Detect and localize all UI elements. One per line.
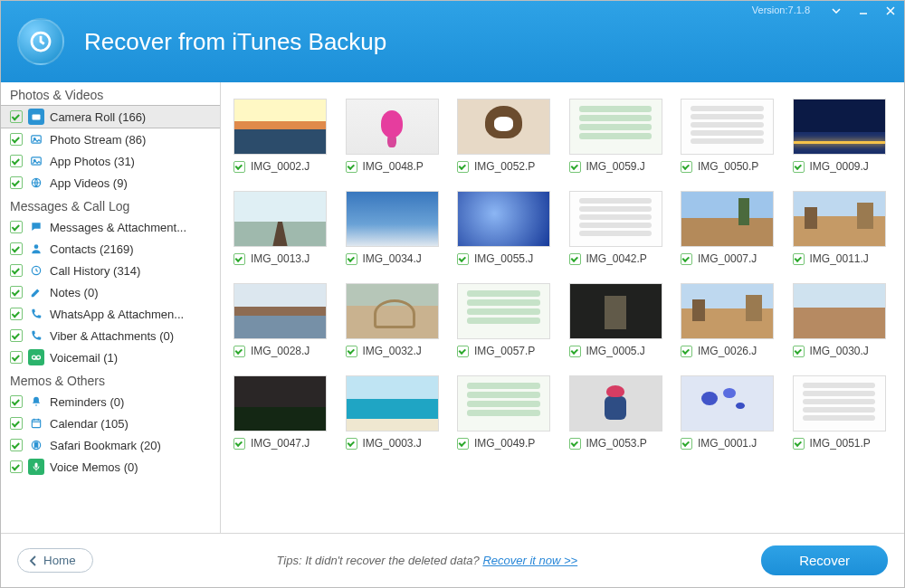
thumbnail[interactable]: IMG_0042.P xyxy=(569,191,662,265)
checkbox-icon[interactable] xyxy=(10,176,23,189)
checkbox-icon[interactable] xyxy=(10,308,23,320)
thumbnail-image[interactable] xyxy=(569,283,662,339)
sidebar-item[interactable]: Messages & Attachment... xyxy=(1,216,220,238)
checkbox-icon[interactable] xyxy=(569,253,581,265)
checkbox-icon[interactable] xyxy=(10,395,23,408)
thumbnail-image[interactable] xyxy=(346,375,439,432)
thumbnail-image[interactable] xyxy=(346,191,439,247)
thumbnail-image[interactable] xyxy=(346,283,439,339)
sidebar-item[interactable]: App Videos (9) xyxy=(1,172,220,194)
thumbnail[interactable]: IMG_0059.J xyxy=(569,99,662,173)
thumbnail[interactable]: IMG_0049.P xyxy=(457,375,550,450)
thumbnail[interactable]: IMG_0052.P xyxy=(457,99,550,173)
checkbox-icon[interactable] xyxy=(457,346,469,357)
thumbnail[interactable]: IMG_0050.P xyxy=(681,99,774,173)
checkbox-icon[interactable] xyxy=(346,438,357,450)
thumbnail[interactable]: IMG_0030.J xyxy=(793,283,886,357)
thumbnail[interactable]: IMG_0053.P xyxy=(569,375,662,450)
checkbox-icon[interactable] xyxy=(10,221,23,233)
thumbnail[interactable]: IMG_0026.J xyxy=(681,283,774,357)
checkbox-icon[interactable] xyxy=(569,161,581,173)
thumbnail-image[interactable] xyxy=(681,375,774,432)
thumbnail-image[interactable] xyxy=(681,191,774,247)
thumbnail[interactable]: IMG_0057.P xyxy=(457,283,550,357)
thumbnail-image[interactable] xyxy=(457,191,550,247)
checkbox-icon[interactable] xyxy=(681,438,692,450)
checkbox-icon[interactable] xyxy=(793,438,805,450)
sidebar-item[interactable]: Viber & Attachments (0) xyxy=(1,325,220,346)
checkbox-icon[interactable] xyxy=(10,439,23,451)
checkbox-icon[interactable] xyxy=(346,346,357,357)
checkbox-icon[interactable] xyxy=(681,253,692,265)
thumbnail-image[interactable] xyxy=(233,283,327,339)
checkbox-icon[interactable] xyxy=(681,161,692,173)
recover-button[interactable]: Recover xyxy=(761,545,888,575)
sidebar-item[interactable]: Reminders (0) xyxy=(1,391,220,413)
sidebar-item[interactable]: WhatsApp & Attachmen... xyxy=(1,303,220,325)
thumbnail[interactable]: IMG_0034.J xyxy=(346,191,439,265)
checkbox-icon[interactable] xyxy=(10,110,23,123)
thumbnail[interactable]: IMG_0007.J xyxy=(681,191,774,265)
sidebar-item[interactable]: Voicemail (1) xyxy=(1,346,220,368)
checkbox-icon[interactable] xyxy=(793,253,805,265)
thumbnail-image[interactable] xyxy=(681,99,774,155)
checkbox-icon[interactable] xyxy=(10,417,23,430)
checkbox-icon[interactable] xyxy=(233,438,245,450)
checkbox-icon[interactable] xyxy=(10,242,23,255)
recover-now-link[interactable]: Recover it now >> xyxy=(482,554,577,567)
thumbnail-image[interactable] xyxy=(793,191,886,247)
checkbox-icon[interactable] xyxy=(10,133,23,146)
checkbox-icon[interactable] xyxy=(569,346,581,357)
thumbnail[interactable]: IMG_0009.J xyxy=(793,99,886,173)
close-button[interactable] xyxy=(877,1,904,21)
thumbnail[interactable]: IMG_0032.J xyxy=(346,283,439,357)
thumbnail[interactable]: IMG_0013.J xyxy=(233,191,327,265)
thumbnail-image[interactable] xyxy=(793,375,886,432)
thumbnail-image[interactable] xyxy=(457,283,550,339)
checkbox-icon[interactable] xyxy=(457,253,469,265)
checkbox-icon[interactable] xyxy=(10,155,23,167)
dropdown-button[interactable] xyxy=(823,1,850,21)
checkbox-icon[interactable] xyxy=(793,346,805,357)
thumbnail[interactable]: IMG_0005.J xyxy=(569,283,662,357)
checkbox-icon[interactable] xyxy=(346,253,357,265)
thumbnail[interactable]: IMG_0003.J xyxy=(346,375,439,450)
sidebar-item[interactable]: Safari Bookmark (20) xyxy=(1,434,220,456)
checkbox-icon[interactable] xyxy=(10,351,23,364)
thumbnail[interactable]: IMG_0051.P xyxy=(793,375,886,450)
thumbnail-image[interactable] xyxy=(457,99,550,155)
thumbnail[interactable]: IMG_0047.J xyxy=(233,375,327,450)
sidebar-item[interactable]: App Photos (31) xyxy=(1,150,220,172)
checkbox-icon[interactable] xyxy=(793,161,805,173)
thumbnail[interactable]: IMG_0048.P xyxy=(346,99,439,173)
minimize-button[interactable] xyxy=(850,1,877,21)
checkbox-icon[interactable] xyxy=(233,161,245,173)
thumbnail[interactable]: IMG_0011.J xyxy=(793,191,886,265)
thumbnail[interactable]: IMG_0001.J xyxy=(681,375,774,450)
sidebar-item[interactable]: Call History (314) xyxy=(1,260,220,281)
thumbnail-image[interactable] xyxy=(233,191,327,247)
checkbox-icon[interactable] xyxy=(10,264,23,277)
checkbox-icon[interactable] xyxy=(569,438,581,450)
checkbox-icon[interactable] xyxy=(10,460,23,473)
thumbnail-image[interactable] xyxy=(569,99,662,155)
checkbox-icon[interactable] xyxy=(457,438,469,450)
checkbox-icon[interactable] xyxy=(10,286,23,299)
checkbox-icon[interactable] xyxy=(457,161,469,173)
checkbox-icon[interactable] xyxy=(346,161,357,173)
thumbnail-image[interactable] xyxy=(569,375,662,432)
thumbnail-image[interactable] xyxy=(346,99,439,155)
thumbnail-image[interactable] xyxy=(457,375,550,432)
thumbnail-image[interactable] xyxy=(793,283,886,339)
checkbox-icon[interactable] xyxy=(233,346,245,357)
sidebar-item[interactable]: Camera Roll (166) xyxy=(1,105,220,128)
thumbnail-image[interactable] xyxy=(233,375,327,432)
thumbnail-image[interactable] xyxy=(569,191,662,247)
thumbnail[interactable]: IMG_0028.J xyxy=(233,283,327,357)
thumbnail-image[interactable] xyxy=(681,283,774,339)
checkbox-icon[interactable] xyxy=(681,346,692,357)
sidebar-item[interactable]: Contacts (2169) xyxy=(1,238,220,260)
sidebar-item[interactable]: Voice Memos (0) xyxy=(1,456,220,478)
sidebar-item[interactable]: Photo Stream (86) xyxy=(1,128,220,150)
sidebar-item[interactable]: Calendar (105) xyxy=(1,413,220,434)
